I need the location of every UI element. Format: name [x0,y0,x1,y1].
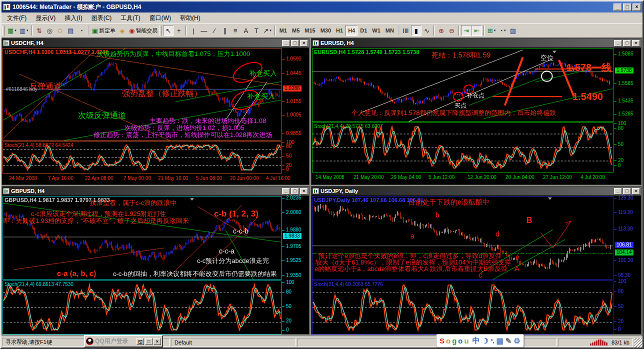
strategy-tester-button[interactable]: ◔ [76,25,86,36]
profiles-button[interactable]: ▥▾ [18,25,30,36]
chart-close-button[interactable]: × [300,188,308,194]
chart-window-gbpusd: GBPUSD, H4_□×Stoch(21,4,4) 69.8613 47.75… [2,186,310,334]
maximize-button[interactable]: □ [623,4,632,11]
toolbar-grip[interactable] [160,26,162,36]
sogou-punctuation-icon[interactable]: °, [490,338,494,344]
chart-window-titlebar-usdchf[interactable]: USDCHF, H4_□× [2,38,309,48]
close-button[interactable]: × [632,4,641,11]
menu-item-0[interactable]: 文件(F) [2,13,31,24]
crosshair-button[interactable]: + [174,25,184,36]
price-chart-canvas[interactable] [312,196,613,280]
timeframe-h4-button[interactable]: H4 [346,25,358,36]
cursor-button[interactable]: ↖ [163,25,174,36]
price-axis[interactable]: 1.05901.04451.02861.01551.00050.98551008… [282,48,309,184]
new-chart-button[interactable]: ▦▾ [6,25,18,36]
timeframe-m15-button[interactable]: M15 [302,25,318,36]
stochastic-canvas[interactable] [3,281,281,334]
sogou-hand-icon[interactable]: ✎ [506,336,512,346]
chart-close-button[interactable]: × [632,40,640,46]
price-axis[interactable]: 125.30119.30113.30106.81104.14101.3095.3… [614,196,641,334]
price-chart-canvas[interactable] [3,48,281,140]
menu-item-2[interactable]: 插入(I) [60,13,86,24]
menu-item-6[interactable]: 帮助(H) [176,13,205,24]
timeframe-m1-button[interactable]: M1 [277,25,290,36]
indicators-button[interactable]: ⊞▾ [486,25,497,36]
chart-shift-button[interactable]: ⇤ [472,25,482,36]
menu-item-4[interactable]: 工具(T) [116,13,144,24]
chart-close-button[interactable]: × [632,188,640,194]
metaeditor-button[interactable]: ◈ [117,25,128,36]
navigator-button[interactable]: ✩ [55,25,66,36]
bar-chart-button[interactable]: ǀǁǀ [400,25,411,36]
minimize-button[interactable]: _ [614,4,622,11]
sogou-chinese-mode-icon[interactable]: 中 [472,336,480,346]
market-watch-button[interactable]: ⇅ [34,25,44,36]
axis-tick-label: 119.30 [618,210,633,215]
axis-tick-mark [614,229,616,230]
chart-window-titlebar-gbpusd[interactable]: GBPUSD, H4_□× [2,186,309,196]
templates-button[interactable]: ▨ [508,25,518,36]
chart-maximize-button[interactable]: □ [291,40,299,46]
status-profile[interactable]: Default [171,338,296,346]
chart-window-titlebar-eurusd[interactable]: EURUSD, H4_□× [312,38,641,48]
timeframe-w1-button[interactable]: W1 [370,25,383,36]
candlestick-chart-button[interactable]: ▮ [411,25,422,36]
price-chart-canvas[interactable] [312,48,613,122]
chart-close-button[interactable]: × [300,40,308,46]
axis-tick-mark [614,114,616,114]
trendline-button[interactable]: ∕ [209,25,220,36]
data-window-button[interactable]: ◎ [44,25,55,36]
timeframe-d1-button[interactable]: D1 [358,25,370,36]
sogou-wrench-icon[interactable]: ⚙ [514,336,520,346]
zoom-in-button[interactable]: ⊕ [436,25,446,36]
text-button[interactable]: A [240,25,251,36]
chart-minimize-button[interactable]: _ [282,188,290,194]
zoom-out-button[interactable]: ⊖ [446,25,457,36]
price-axis[interactable]: 2.02352.00601.98801.98331.97051.95251.93… [282,196,309,334]
app-titlebar[interactable]: 1006544: MetaTrader - 模拟帐户 - GBPUSD,H4 _… [2,2,642,12]
chart-minimize-button[interactable]: _ [614,40,622,46]
axis-tick-label: 100 [618,278,626,284]
price-chart-canvas[interactable] [3,196,281,280]
horizontal-line-button[interactable]: — [198,25,209,36]
chart-minimize-button[interactable]: _ [282,40,290,46]
timeframe-mn-button[interactable]: MN [383,25,396,36]
sogou-fullmoon-icon[interactable]: ☽ [482,336,488,346]
stochastic-canvas[interactable] [312,123,613,172]
chart-maximize-button[interactable]: □ [291,188,299,194]
vertical-line-button[interactable]: | [188,25,198,36]
timeframe-m5-button[interactable]: M5 [290,25,302,36]
terminal-button[interactable]: ▤ [66,25,76,36]
arrows-button[interactable]: ↗▾ [262,25,272,36]
qq-maximize-button[interactable]: □ [145,338,152,345]
menu-item-1[interactable]: 显示(V) [31,13,60,24]
qq-restore-button[interactable]: ◱ [136,338,144,345]
price-axis[interactable]: 1.58851.57381.55851.54351.52851008050200 [614,48,641,184]
equidistant-channel-button[interactable]: ∥ [220,25,230,36]
chart-maximize-button[interactable]: □ [623,40,631,46]
stochastic-canvas[interactable] [312,281,613,334]
timeframe-m30-button[interactable]: M30 [318,25,334,36]
line-chart-button[interactable]: ∿ [422,25,432,36]
qq-close-button[interactable]: × [154,338,161,345]
axis-tick-mark [614,54,616,54]
text-label-button[interactable]: T [251,25,262,36]
auto-scroll-button[interactable]: ⇥ [461,25,472,36]
resize-grip[interactable] [634,338,642,348]
chart-minimize-button[interactable]: _ [614,188,622,194]
periods-button[interactable]: ◔▾ [497,25,508,36]
toolbar-grip[interactable] [2,26,4,36]
fibonacci-button[interactable]: ≡ [230,25,240,36]
menu-item-3[interactable]: 图表(C) [87,13,116,24]
chart-maximize-button[interactable]: □ [623,188,631,194]
sogou-keyboard-icon[interactable]: ▦ [496,336,504,346]
qq-login-window[interactable]: QQ用户登录 ◱□× [84,335,163,348]
chart-window-titlebar-usdjpy[interactable]: USDJPY, Daily_□× [312,186,641,196]
time-axis-label: 22 Apr 08:00 [85,176,114,181]
timeframe-h1-button[interactable]: H1 [334,25,346,36]
expert-advisors-button[interactable]: ◉智能交易 [128,25,159,36]
new-order-button[interactable]: ▣新定单 [90,25,117,36]
axis-tick-label: 50 [618,142,624,147]
sogou-input-bar[interactable]: Sogou中☽°,▦✎⚙ [436,334,524,348]
menu-item-5[interactable]: 窗口(W) [145,13,176,24]
